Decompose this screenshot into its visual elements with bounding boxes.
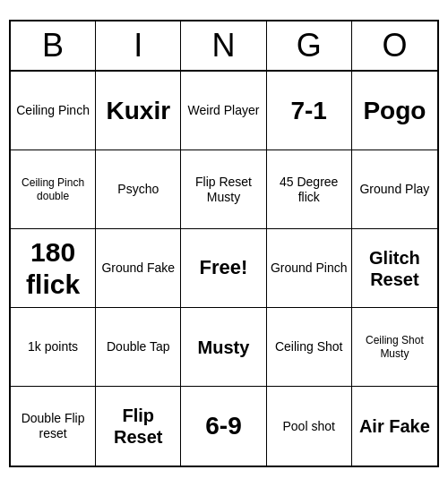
bingo-cell-5: Ceiling Pinch double xyxy=(11,150,96,229)
bingo-grid: Ceiling PinchKuxirWeird Player7-1PogoCei… xyxy=(11,72,437,466)
bingo-cell-23: Pool shot xyxy=(267,387,352,466)
bingo-cell-2: Weird Player xyxy=(181,72,266,150)
bingo-cell-8: 45 Degree flick xyxy=(267,150,352,229)
bingo-cell-4: Pogo xyxy=(352,72,437,150)
bingo-cell-15: 1k points xyxy=(11,308,96,387)
bingo-cell-17: Musty xyxy=(181,308,266,387)
bingo-cell-6: Psycho xyxy=(96,150,181,229)
bingo-card: BINGO Ceiling PinchKuxirWeird Player7-1P… xyxy=(9,20,439,467)
bingo-cell-0: Ceiling Pinch xyxy=(11,72,96,150)
header-letter-i: I xyxy=(96,21,181,70)
bingo-cell-1: Kuxir xyxy=(96,72,181,150)
bingo-cell-7: Flip Reset Musty xyxy=(181,150,266,229)
bingo-cell-16: Double Tap xyxy=(96,308,181,387)
header-letter-g: G xyxy=(267,21,352,70)
bingo-cell-10: 180 flick xyxy=(11,229,96,308)
bingo-cell-13: Ground Pinch xyxy=(267,229,352,308)
bingo-cell-3: 7-1 xyxy=(267,72,352,150)
bingo-cell-24: Air Fake xyxy=(352,387,437,466)
header-letter-o: O xyxy=(352,21,437,70)
header-letter-b: B xyxy=(11,21,96,70)
bingo-header: BINGO xyxy=(11,21,437,72)
bingo-cell-14: Glitch Reset xyxy=(352,229,437,308)
bingo-cell-19: Ceiling Shot Musty xyxy=(352,308,437,387)
bingo-cell-12: Free! xyxy=(181,229,266,308)
bingo-cell-21: Flip Reset xyxy=(96,387,181,466)
bingo-cell-22: 6-9 xyxy=(181,387,266,466)
bingo-cell-9: Ground Play xyxy=(352,150,437,229)
bingo-cell-18: Ceiling Shot xyxy=(267,308,352,387)
bingo-cell-11: Ground Fake xyxy=(96,229,181,308)
bingo-cell-20: Double Flip reset xyxy=(11,387,96,466)
header-letter-n: N xyxy=(181,21,266,70)
